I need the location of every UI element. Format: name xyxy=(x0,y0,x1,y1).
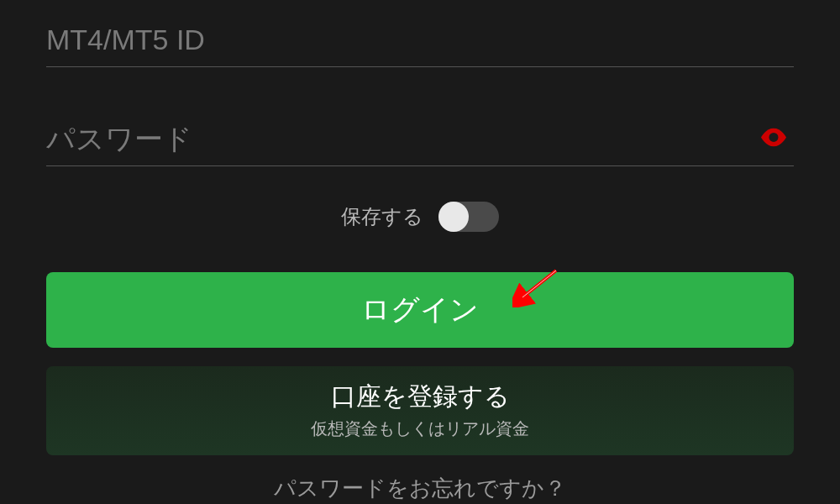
save-toggle[interactable] xyxy=(438,202,499,232)
login-form: 保存する ログイン 口座を登録する 仮想資金もしくはリアル資金 パスワードをお忘… xyxy=(0,0,840,503)
id-input[interactable] xyxy=(46,17,794,67)
register-account-button[interactable]: 口座を登録する 仮想資金もしくはリアル資金 xyxy=(46,366,794,455)
svg-point-0 xyxy=(769,133,779,142)
forgot-password-link[interactable]: パスワードをお忘れですか？ xyxy=(46,474,794,503)
password-input[interactable] xyxy=(46,116,794,166)
save-toggle-row: 保存する xyxy=(46,202,794,232)
password-field-wrapper xyxy=(46,116,794,166)
toggle-knob xyxy=(438,202,469,232)
save-toggle-label: 保存する xyxy=(341,203,423,230)
register-sub-label: 仮想資金もしくはリアル資金 xyxy=(46,417,794,440)
show-password-icon[interactable] xyxy=(760,128,787,150)
register-main-label: 口座を登録する xyxy=(46,380,794,414)
id-field-wrapper xyxy=(46,17,794,67)
login-button[interactable]: ログイン xyxy=(46,272,794,348)
